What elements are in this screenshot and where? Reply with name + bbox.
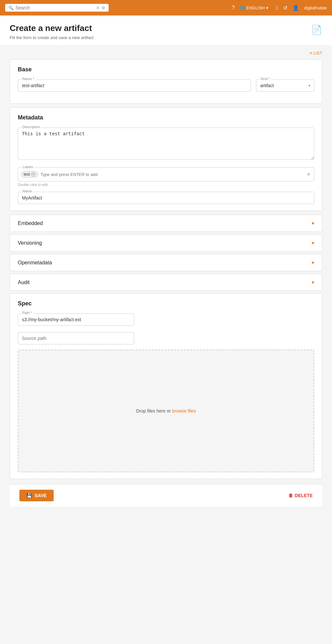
collapsible-header-versioning[interactable]: Versioning ▾ [10, 235, 322, 251]
name-field-group: Name * [18, 79, 251, 92]
translate-icon: 🌐 [240, 5, 245, 10]
name-input[interactable] [18, 79, 251, 92]
double-click-hint: Double click to edit [18, 183, 314, 187]
base-section-title: Base [18, 66, 314, 73]
collapsible-embedded: Embedded ▾ [10, 215, 322, 232]
base-form-row: Name * Kind * artifact model dataset fun… [18, 79, 314, 92]
list-link-container: ≡ LIST [10, 51, 322, 56]
page-subtitle: Fill the form to create and save a new a… [10, 35, 93, 40]
help-icon[interactable]: ? [232, 5, 235, 11]
tag-text: test [24, 172, 30, 177]
description-textarea[interactable]: This is a test artifact [18, 128, 314, 160]
metadata-name-field-group: Name [18, 192, 314, 204]
search-bar[interactable]: 🔍 ✕ ⚙ [5, 4, 109, 12]
search-icon: 🔍 [8, 5, 14, 10]
kind-select[interactable]: artifact model dataset function [256, 79, 314, 92]
labels-container: Labels test ✕ ✕ Double click to edit [18, 167, 314, 187]
theme-icon[interactable]: ☽ [273, 5, 278, 11]
delete-button[interactable]: 🗑 DELETE [288, 493, 313, 498]
collapsible-header-embedded[interactable]: Embedded ▾ [10, 215, 322, 231]
labels-input[interactable] [40, 172, 302, 177]
spec-section: Spec Path * Drop files here or browse fi… [10, 293, 322, 479]
username[interactable]: digitalhubde [304, 5, 327, 10]
nav-right: ? 🌐 ENGLISH ▾ ☽ ↺ 👤 digitalhubde [232, 5, 327, 11]
collapsible-title-versioning: Versioning [18, 240, 42, 246]
base-section: Base Name * Kind * artifact model datase… [10, 59, 322, 104]
chevron-down-icon: ▾ [312, 220, 314, 226]
chevron-down-icon: ▾ [312, 240, 314, 246]
list-icon: ≡ [310, 51, 312, 56]
language-selector[interactable]: 🌐 ENGLISH ▾ [240, 5, 268, 10]
name-field-label: Name * [21, 77, 36, 81]
search-input[interactable] [16, 5, 94, 10]
chevron-down-icon: ▾ [312, 260, 314, 266]
topnav: 🔍 ✕ ⚙ ? 🌐 ENGLISH ▾ ☽ ↺ 👤 digitalhubde [0, 0, 332, 15]
footer-bar: 💾 SAVE 🗑 DELETE [10, 484, 322, 506]
tag-remove-icon[interactable]: ✕ [31, 172, 36, 177]
path-field-group: Path * [18, 313, 134, 326]
save-label: SAVE [35, 493, 47, 498]
labels-label: Labels [21, 165, 34, 169]
labels-clear-icon[interactable]: ✕ [307, 172, 311, 177]
save-button[interactable]: 💾 SAVE [19, 490, 54, 501]
path-label: Path * [21, 311, 33, 315]
collapsible-versioning: Versioning ▾ [10, 234, 322, 251]
labels-field[interactable]: Labels test ✕ ✕ [18, 167, 314, 181]
source-path-input[interactable] [18, 332, 134, 344]
path-input[interactable] [18, 313, 134, 326]
list-label: LIST [314, 51, 322, 56]
drop-zone-text: Drop files here or [136, 408, 171, 414]
delete-icon: 🗑 [288, 493, 293, 498]
tag-test: test ✕ [21, 171, 38, 178]
collapsible-title-audit: Audit [18, 280, 29, 285]
clear-search-icon[interactable]: ✕ [96, 5, 100, 10]
user-icon[interactable]: 👤 [293, 5, 299, 11]
list-link[interactable]: ≡ LIST [310, 51, 322, 56]
refresh-icon[interactable]: ↺ [283, 5, 287, 11]
collapsible-audit: Audit ▾ [10, 274, 322, 291]
page-header-text: Create a new artifact Fill the form to c… [10, 23, 93, 40]
save-icon: 💾 [27, 493, 32, 498]
description-label: Description [21, 125, 41, 129]
collapsible-openmetadata: Openmetadata ▾ [10, 254, 322, 271]
filter-icon[interactable]: ⚙ [102, 5, 105, 10]
metadata-section: Metadata Description This is a test arti… [10, 107, 322, 211]
content-area: ≡ LIST Base Name * Kind * artifact model [0, 46, 332, 512]
metadata-name-input[interactable] [18, 192, 314, 204]
collapsible-title-openmetadata: Openmetadata [18, 260, 52, 266]
spec-section-title: Spec [18, 300, 314, 307]
collapsible-title-embedded: Embedded [18, 220, 43, 226]
metadata-name-label: Name [21, 189, 33, 193]
kind-field-label: Kind * [259, 77, 271, 81]
browse-files-link[interactable]: browse files [172, 408, 196, 414]
collapsible-header-openmetadata[interactable]: Openmetadata ▾ [10, 254, 322, 271]
artifact-icon: 📄 [311, 25, 322, 35]
collapsible-header-audit[interactable]: Audit ▾ [10, 274, 322, 291]
chevron-down-icon: ▾ [312, 279, 314, 285]
kind-select-wrapper: artifact model dataset function [256, 79, 314, 92]
drop-zone[interactable]: Drop files here or browse files [18, 350, 314, 472]
collapsibles-container: Embedded ▾ Versioning ▾ Openmetadata ▾ A… [10, 215, 322, 291]
source-path-field-group [18, 332, 134, 344]
description-field-group: Description This is a test artifact [18, 128, 314, 161]
page-header: Create a new artifact Fill the form to c… [0, 15, 332, 46]
page-title: Create a new artifact [10, 23, 93, 33]
language-label: ENGLISH [246, 5, 265, 10]
delete-label: DELETE [295, 493, 313, 498]
lang-chevron-icon: ▾ [266, 5, 268, 10]
kind-field-group: Kind * artifact model dataset function [256, 79, 314, 92]
metadata-section-title: Metadata [18, 114, 314, 121]
